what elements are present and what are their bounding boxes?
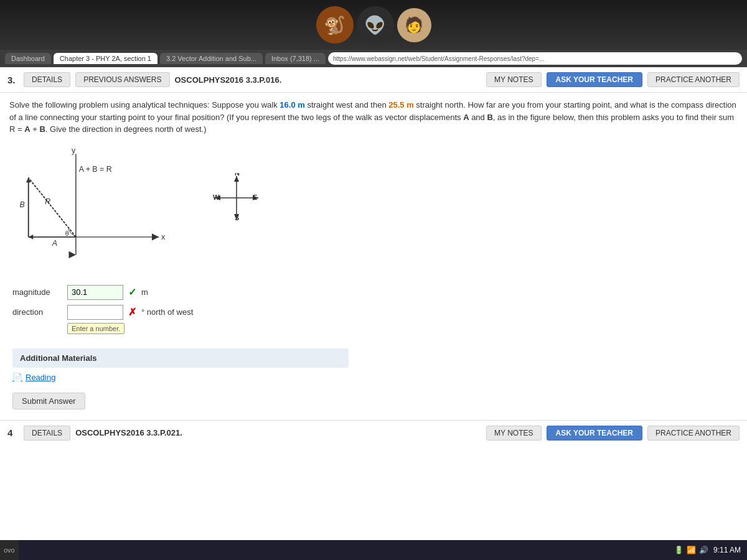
question4-header: 4 DETAILS OSCOLPHYS2016 3.3.P.021. MY NO… [0, 420, 747, 446]
direction-input[interactable] [67, 305, 123, 320]
address-bar[interactable]: https://www.webassign.net/web/Student/As… [328, 52, 742, 65]
additional-materials-header: Additional Materials [12, 348, 349, 368]
vector-diagram: y x A B R θ A + B = R [12, 148, 187, 273]
question4-practice-another-button[interactable]: PRACTICE ANOTHER [647, 426, 740, 441]
svg-text:B: B [19, 200, 24, 209]
my-notes-button[interactable]: MY NOTES [486, 72, 541, 87]
ask-teacher-button[interactable]: ASK YOUR TEACHER [547, 72, 642, 87]
ovo-label: ovo [4, 546, 15, 554]
question4-number: 4 [7, 427, 19, 438]
previous-answers-button[interactable]: PREVIOUS ANSWERS [75, 72, 169, 87]
submit-answer-button[interactable]: Submit Answer [12, 393, 85, 409]
question4-my-notes-button[interactable]: MY NOTES [486, 426, 541, 441]
browser-chrome: Dashboard Chapter 3 - PHY 2A, section 1 … [0, 50, 747, 67]
details-button[interactable]: DETAILS [24, 72, 70, 87]
practice-another-button[interactable]: PRACTICE ANOTHER [647, 72, 740, 87]
cross-icon: ✗ [128, 306, 136, 318]
magnitude-label: magnitude [12, 287, 62, 297]
person-avatar: 🧑 [397, 8, 431, 42]
figure-area: y x A B R θ A + B = R [0, 142, 747, 279]
reading-icon: 📄 [12, 373, 22, 382]
magnitude-input[interactable] [67, 285, 123, 300]
svg-marker-18 [234, 176, 239, 182]
ovo-badge: ovo [0, 540, 19, 560]
error-tooltip: Enter a number. [67, 323, 125, 334]
taskbar-wifi-icon: 📶 [687, 546, 696, 554]
answer-section: magnitude ✓ m direction ✗ ° north of wes… [0, 279, 747, 339]
reading-link[interactable]: 📄 Reading [12, 373, 735, 382]
question4-details-button[interactable]: DETAILS [24, 426, 70, 441]
problem-text: Solve the following problem using analyt… [0, 93, 747, 142]
main-content: 3. DETAILS PREVIOUS ANSWERS OSCOLPHYS201… [0, 67, 747, 560]
svg-text:x: x [161, 232, 166, 241]
compass-north: N [235, 173, 240, 177]
check-icon: ✓ [128, 286, 136, 298]
taskbar-speaker-icon: 🔊 [699, 546, 708, 554]
compass-rose: N S E W [212, 173, 261, 223]
top-decorative-bar: 🐒 👽 🧑 [0, 0, 747, 50]
taskbar-time: 9:11 AM [713, 546, 741, 554]
question3-number: 3. [7, 75, 19, 85]
taskbar: 🔋 📶 🔊 9:11 AM [0, 540, 747, 560]
problem-id: OSCOLPHYS2016 3.3.P.016. [175, 75, 482, 85]
compass-south: S [235, 214, 239, 222]
tab-dashboard[interactable]: Dashboard [5, 53, 51, 64]
highlight-distance2: 25.5 m [388, 100, 413, 110]
svg-marker-5 [29, 235, 34, 240]
direction-unit: ° north of west [141, 307, 193, 317]
direction-row: direction ✗ ° north of west [12, 305, 735, 320]
svg-text:A: A [52, 239, 57, 248]
highlight-distance1: 16.0 m [280, 100, 304, 110]
question3-header: 3. DETAILS PREVIOUS ANSWERS OSCOLPHYS201… [0, 67, 747, 93]
magnitude-row: magnitude ✓ m [12, 285, 735, 300]
compass-east: E [253, 194, 257, 201]
svg-text:y: y [72, 148, 76, 155]
error-tooltip-container: Enter a number. [67, 324, 735, 333]
tab-inbox[interactable]: Inbox (7,318) ... [265, 53, 326, 64]
question4-ask-teacher-button[interactable]: ASK YOUR TEACHER [547, 426, 642, 441]
svg-text:A + B = R: A + B = R [79, 165, 112, 174]
alien-avatar: 👽 [357, 6, 394, 44]
taskbar-icons: 🔋 📶 🔊 [674, 546, 708, 554]
reading-label: Reading [26, 373, 55, 382]
tab-chapter3[interactable]: Chapter 3 - PHY 2A, section 1 [54, 53, 157, 64]
tab-vector[interactable]: 3.2 Vector Addition and Sub... [160, 53, 263, 64]
direction-label: direction [12, 307, 62, 317]
svg-text:R: R [45, 197, 50, 206]
magnitude-unit: m [141, 287, 148, 297]
taskbar-battery-icon: 🔋 [674, 546, 684, 554]
avatar-container: 🐒 👽 🧑 [316, 6, 431, 44]
monkey-avatar: 🐒 [316, 6, 354, 44]
svg-text:θ: θ [65, 230, 69, 236]
compass-west: W [213, 194, 220, 201]
question4-problem-id: OSCOLPHYS2016 3.3.P.021. [75, 428, 481, 437]
